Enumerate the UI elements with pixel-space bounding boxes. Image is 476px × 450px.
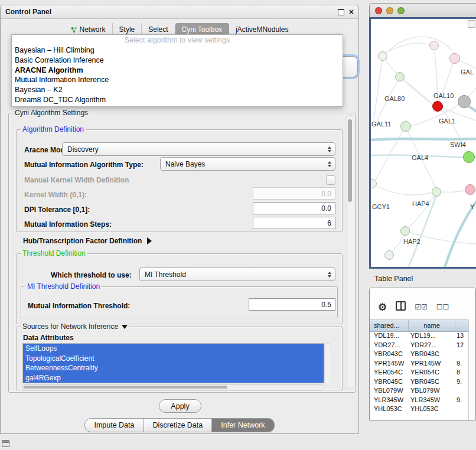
which-threshold-select[interactable]: MI Threshold (139, 268, 335, 281)
collapse-arrow-icon[interactable] (122, 325, 128, 329)
attribute-item[interactable]: TopologicalCoefficient (23, 354, 324, 364)
table-cell: YBL079W (370, 386, 409, 396)
network-node[interactable] (449, 53, 460, 64)
algorithm-option[interactable]: Dream8 DC_TDC Algorithm (12, 95, 343, 105)
clear-all-checkboxes-icon[interactable]: ☐☐ (436, 303, 449, 311)
float-window-icon[interactable] (338, 9, 344, 15)
attributes-list-scrollbar[interactable] (324, 343, 331, 384)
algorithm-option[interactable]: Bayesian – K2 (12, 85, 343, 95)
table-row[interactable]: YDL19...YDL19...13 (370, 331, 469, 341)
network-node[interactable] (378, 51, 387, 61)
apply-button[interactable]: Apply (159, 399, 201, 413)
table-row[interactable]: YBL079WYBL079W (370, 386, 469, 396)
network-node[interactable] (400, 121, 411, 132)
network-node[interactable] (369, 179, 377, 188)
table-cell: YBL079W (409, 386, 455, 396)
table-cell: YBR045C (409, 377, 455, 387)
close-icon[interactable]: × (349, 8, 354, 16)
table-cell: 9. (455, 396, 469, 405)
table-cell: YDL19... (370, 331, 409, 341)
mi-type-select[interactable]: Naive Bayes (160, 157, 335, 171)
network-node[interactable] (384, 250, 394, 260)
mi-threshold-label: Mutual Information Threshold: (28, 302, 130, 310)
minimized-panel-icon[interactable] (2, 440, 9, 447)
attribute-item[interactable]: gal4RGexp (23, 373, 324, 383)
column-header[interactable]: shared... (370, 320, 409, 331)
scrollbar-thumb[interactable] (348, 119, 352, 202)
table-row[interactable]: YDR27...YDR27...12 (370, 341, 469, 350)
group-title: Cyni Algorithm Settings (15, 109, 88, 117)
table-row[interactable]: YPR145WYPR145W9. (370, 359, 469, 369)
tab-label: Cyni Toolbox (182, 25, 222, 34)
node-label: GAL80 (384, 95, 405, 102)
algorithm-option[interactable]: ARACNE Algorithm (12, 66, 343, 76)
zoom-traffic-light-icon[interactable] (397, 7, 405, 14)
tab-label: Select (148, 25, 168, 34)
dpi-tolerance-label: DPI Tolerance [0,1]: (24, 206, 90, 214)
data-attributes-label: Data Attributes (23, 334, 74, 342)
mi-type-label: Mutual Information Algorithm Type: (24, 161, 144, 169)
table-panel-window: ⚙ ☑☑ ☐☐ shared...name YDL19...YDL19...13… (369, 288, 476, 420)
table-header-row: shared...name (370, 319, 469, 332)
group-title: Algorithm Definition (22, 125, 84, 133)
network-node[interactable] (400, 226, 410, 236)
table-row[interactable]: YBR043CYBR043C (370, 350, 469, 359)
desktop: Control Panel × NetworkStyleSelectCyni T… (0, 0, 476, 450)
table-cell: YDR27... (370, 341, 409, 350)
dpi-tolerance-field[interactable]: 0.0 (253, 202, 335, 214)
mi-steps-field[interactable]: 6 (253, 217, 335, 229)
network-node[interactable] (432, 187, 441, 197)
hub-section-toggle[interactable]: Hub/Transcription Factor Definition (23, 237, 152, 245)
settings-gear-icon[interactable]: ⚙ (378, 301, 387, 314)
node-label: HAP4 (412, 200, 429, 207)
network-canvas[interactable]: GALGAL80GAL10GAL11GAL1SWI4GAL4GCY1HAP4YH… (369, 17, 476, 269)
table-row[interactable]: YBR045CYBR045C9. (370, 377, 469, 387)
attribute-item[interactable]: SelfLoops (23, 344, 324, 354)
network-node[interactable] (429, 41, 439, 50)
bottom-tab-impute-data[interactable]: Impute Data (84, 418, 144, 432)
node-label: SWI4 (450, 141, 466, 148)
close-traffic-light-icon[interactable] (375, 7, 382, 14)
dropdown-placeholder: Select algorithm to view settings (12, 35, 343, 45)
select-all-checkboxes-icon[interactable]: ☑☑ (415, 303, 428, 311)
column-header[interactable] (455, 320, 469, 331)
table-scrollbar[interactable] (468, 319, 475, 420)
columns-icon[interactable] (396, 301, 406, 313)
network-window-titlebar[interactable] (369, 3, 476, 17)
dpi-tolerance-value: 0.0 (321, 204, 331, 213)
table-row[interactable]: YER054CYER054C8. (370, 368, 469, 377)
manual-kernel-label: Manual Kernel Width Definition (24, 176, 129, 184)
network-node[interactable] (465, 184, 475, 195)
table-row[interactable]: YHL053CYHL053C (370, 405, 469, 414)
algorithm-option[interactable]: Mutual Information Inference (12, 75, 343, 85)
manual-kernel-checkbox[interactable] (326, 175, 335, 185)
aracne-mode-select[interactable]: Discovery (62, 142, 335, 156)
mi-threshold-field[interactable]: 0.5 (249, 298, 335, 311)
attribute-item[interactable]: BetweennessCentrality (23, 363, 324, 373)
algorithm-option[interactable]: Bayesian – Hill Climbing (12, 45, 343, 56)
node-label: Y (470, 203, 474, 210)
table-cell: YBR045C (370, 377, 409, 387)
network-node[interactable] (458, 95, 471, 108)
network-node[interactable] (463, 151, 475, 163)
minimize-traffic-light-icon[interactable] (386, 7, 393, 14)
which-threshold-label: Which threshold to use: (51, 271, 132, 279)
table-panel-title: Table Panel (374, 275, 413, 283)
attributes-list[interactable]: SelfLoopsTopologicalCoefficientBetweenne… (22, 343, 324, 383)
table-cell: YBR043C (409, 350, 455, 359)
table-toolbar: ⚙ ☑☑ ☐☐ (370, 288, 475, 319)
kernel-width-label: Kernel Width (0,1): (24, 191, 87, 199)
bottom-tab-infer-network[interactable]: Infer Network (212, 418, 274, 432)
table-row[interactable]: YLR345WYLR345W9. (370, 396, 469, 405)
settings-scrollbar[interactable] (347, 115, 354, 389)
updown-arrows-icon (328, 272, 331, 278)
table-cell: YHL053C (370, 405, 409, 414)
column-header[interactable]: name (409, 320, 455, 331)
node-label: HAP2 (403, 238, 420, 245)
algorithm-dropdown-popup: Select algorithm to view settings Bayesi… (11, 34, 343, 107)
algorithm-option[interactable]: Basic Correlation Inference (12, 56, 343, 66)
network-node[interactable] (395, 72, 405, 81)
attributes-hscrollbar[interactable] (22, 384, 324, 391)
network-node[interactable] (432, 101, 443, 112)
bottom-tab-discretize-data[interactable]: Discretize Data (144, 418, 213, 432)
